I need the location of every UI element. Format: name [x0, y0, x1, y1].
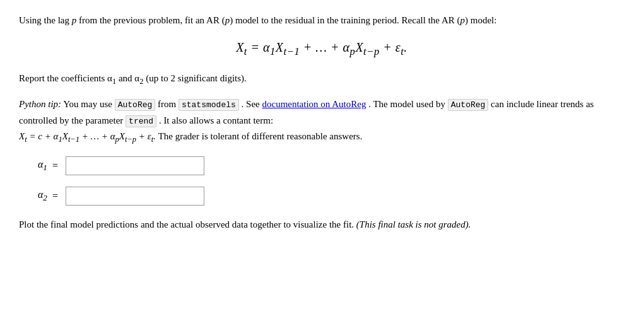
tip-see: . See — [242, 99, 262, 109]
alpha2-input[interactable] — [66, 187, 204, 206]
alpha1-equals: = — [52, 160, 58, 171]
footer-italic-text: (This final task is not graded). — [356, 219, 471, 229]
formula-with-constant: Xt = c + α1Xt−1 + … + αpXt−p + εt. — [19, 131, 158, 141]
autoreg-code1: AutoReg — [115, 99, 156, 111]
alpha1-row: α1 = — [19, 156, 624, 175]
p-variable: p — [72, 15, 77, 25]
autoreg-doc-link[interactable]: documentation on AutoReg — [262, 99, 366, 109]
alpha1-label: α1 — [19, 159, 47, 173]
autoreg-code2: AutoReg — [448, 99, 489, 111]
tip-text1: You may use — [63, 99, 114, 109]
ar-p-ref1: AR (p) — [206, 15, 233, 25]
tip-contant: . It also allows a contant term: — [159, 115, 273, 125]
alpha2-row: α2 = — [19, 187, 624, 206]
report-coefficients-text: Report the coefficients α1 and α2 (up to… — [19, 71, 624, 88]
statsmodels-code: statsmodels — [179, 99, 239, 111]
main-formula: Xt = α1Xt−1 + … + αpXt−p + εt. — [19, 40, 624, 58]
tip-model-used: . The model used by — [368, 99, 448, 109]
alpha2-equals: = — [52, 190, 58, 202]
tip-from: from — [158, 99, 179, 109]
ar-p-ref2: AR (p) — [442, 15, 468, 25]
alpha2-label: α2 — [19, 189, 47, 203]
tip-tolerant: The grader is tolerant of different reas… — [158, 131, 363, 141]
trend-code: trend — [126, 115, 156, 127]
python-tip-label: Python tip: — [19, 99, 61, 109]
python-tip-block: Python tip: You may use AutoReg from sta… — [19, 96, 624, 146]
main-content: Using the lag p from the previous proble… — [19, 13, 624, 232]
alpha1-input[interactable] — [66, 156, 204, 175]
footer-main-text: Plot the final model predictions and the… — [19, 219, 356, 229]
intro-paragraph: Using the lag p from the previous proble… — [19, 13, 624, 28]
footer-paragraph: Plot the final model predictions and the… — [19, 217, 624, 232]
